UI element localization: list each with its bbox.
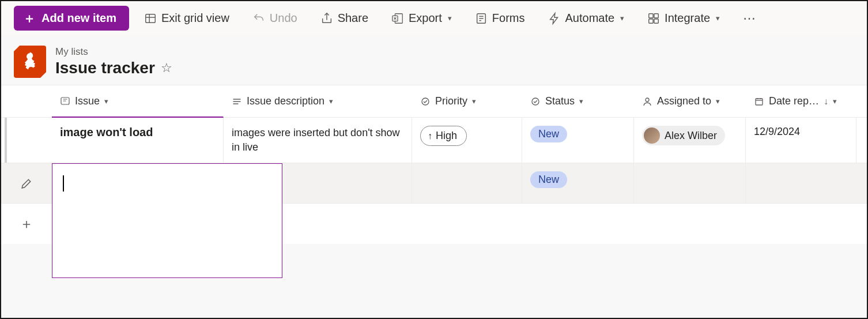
pencil-icon <box>21 178 32 189</box>
column-header-assigned[interactable]: Assigned to ▾ <box>634 85 746 117</box>
choice-column-icon <box>420 96 431 107</box>
ellipsis-icon: ⋯ <box>743 11 756 25</box>
column-header-date[interactable]: Date rep… ↓ ▾ <box>746 85 856 117</box>
person-pill: Alex Wilber <box>642 126 725 145</box>
cell-priority[interactable] <box>412 163 522 203</box>
column-label: Status <box>545 95 575 107</box>
forms-button[interactable]: Forms <box>467 7 533 29</box>
svg-point-18 <box>422 98 429 105</box>
automate-button[interactable]: Automate ▾ <box>540 7 633 29</box>
plus-icon: ＋ <box>23 12 36 25</box>
share-button[interactable]: Share <box>312 7 376 29</box>
table-row[interactable]: image won't load images were inserted bu… <box>1 118 867 163</box>
cell-assigned[interactable]: Alex Wilber <box>634 118 746 163</box>
list-avatar-icon <box>14 46 46 78</box>
svg-rect-11 <box>654 13 658 17</box>
text-cursor <box>63 175 64 192</box>
multiline-column-icon <box>232 96 242 107</box>
avatar <box>644 127 660 144</box>
integrate-label: Integrate <box>665 12 710 25</box>
automate-icon <box>548 12 561 25</box>
column-label: Priority <box>435 95 467 107</box>
chevron-down-icon: ▾ <box>716 14 720 22</box>
grid-body: image won't load images were inserted bu… <box>1 118 867 244</box>
column-header-issue[interactable]: Issue ▾ <box>52 85 224 118</box>
cell-description[interactable]: images were inserted but don't show in l… <box>224 118 412 163</box>
chevron-down-icon: ▾ <box>579 97 583 106</box>
undo-label: Undo <box>270 12 297 25</box>
date-value: 12/9/2024 <box>754 126 800 138</box>
page-title: Issue tracker <box>55 59 155 77</box>
cell-status[interactable]: New <box>522 163 634 203</box>
export-button[interactable]: Export ▾ <box>383 7 460 29</box>
undo-button: Undo <box>244 7 305 29</box>
inline-editor[interactable] <box>52 163 282 278</box>
command-bar: ＋ Add new item Exit grid view Undo Share… <box>1 1 867 35</box>
add-row-button[interactable]: ＋ <box>1 215 52 233</box>
cell-status[interactable]: New <box>522 118 634 163</box>
list-header: My lists Issue tracker ☆ <box>1 35 867 85</box>
grid-icon <box>144 12 157 25</box>
date-column-icon <box>754 96 764 107</box>
plus-icon: ＋ <box>20 215 33 233</box>
svg-rect-21 <box>756 99 763 105</box>
forms-icon <box>475 12 488 25</box>
chevron-down-icon: ▾ <box>329 97 333 106</box>
priority-pill: ↑ High <box>420 126 467 146</box>
chevron-down-icon: ▾ <box>716 97 720 106</box>
edit-row-indicator[interactable] <box>1 163 52 203</box>
add-new-item-label: Add new item <box>41 12 116 25</box>
add-new-item-button[interactable]: ＋ Add new item <box>14 6 129 31</box>
svg-rect-0 <box>146 14 156 22</box>
column-header-description[interactable]: Issue description ▾ <box>224 85 412 117</box>
row-handle[interactable] <box>5 118 52 163</box>
export-label: Export <box>409 12 442 25</box>
exit-grid-label: Exit grid view <box>161 12 229 25</box>
arrow-up-icon: ↑ <box>428 131 432 141</box>
table-row-editing[interactable]: New <box>1 163 867 204</box>
cell-priority[interactable]: ↑ High <box>412 118 522 163</box>
column-header-priority[interactable]: Priority ▾ <box>412 85 522 117</box>
share-icon <box>320 12 333 25</box>
cell-date[interactable] <box>746 163 856 203</box>
cell-issue[interactable]: image won't load <box>52 118 224 163</box>
priority-value: High <box>436 130 457 142</box>
svg-point-19 <box>532 98 539 105</box>
issue-value: image won't load <box>60 126 153 139</box>
automate-label: Automate <box>565 12 615 25</box>
svg-rect-13 <box>654 18 658 22</box>
svg-point-20 <box>646 98 649 102</box>
forms-label: Forms <box>492 12 525 25</box>
chevron-down-icon: ▾ <box>833 97 837 106</box>
status-badge: New <box>530 126 567 142</box>
column-header-status[interactable]: Status ▾ <box>522 85 634 117</box>
excel-icon <box>391 12 404 25</box>
chevron-down-icon: ▾ <box>104 97 108 106</box>
favorite-star-icon[interactable]: ☆ <box>161 61 172 76</box>
integrate-icon <box>647 12 660 25</box>
column-label: Assigned to <box>657 95 711 107</box>
choice-column-icon <box>530 96 541 107</box>
chevron-down-icon: ▾ <box>620 14 624 22</box>
desc-value: images were inserted but don't show in l… <box>232 126 403 155</box>
svg-rect-10 <box>649 13 653 17</box>
breadcrumb[interactable]: My lists <box>55 46 172 58</box>
column-label: Issue <box>75 95 100 107</box>
data-grid: Issue ▾ Issue description ▾ Priority ▾ S… <box>1 85 867 244</box>
sort-descending-icon: ↓ <box>824 96 828 107</box>
undo-icon <box>252 12 265 25</box>
grid-header-row: Issue ▾ Issue description ▾ Priority ▾ S… <box>1 85 867 118</box>
chevron-down-icon: ▾ <box>448 14 452 22</box>
more-actions-button[interactable]: ⋯ <box>735 6 764 31</box>
row-gutter-header <box>1 85 52 117</box>
column-label: Date rep… <box>769 95 819 107</box>
cell-date[interactable]: 12/9/2024 <box>746 118 856 163</box>
integrate-button[interactable]: Integrate ▾ <box>639 7 728 29</box>
status-badge: New <box>530 171 567 188</box>
exit-grid-view-button[interactable]: Exit grid view <box>136 7 237 29</box>
svg-rect-12 <box>649 18 653 22</box>
cell-assigned[interactable] <box>634 163 746 203</box>
text-column-icon <box>60 96 70 106</box>
share-label: Share <box>338 12 368 25</box>
person-column-icon <box>642 96 652 107</box>
